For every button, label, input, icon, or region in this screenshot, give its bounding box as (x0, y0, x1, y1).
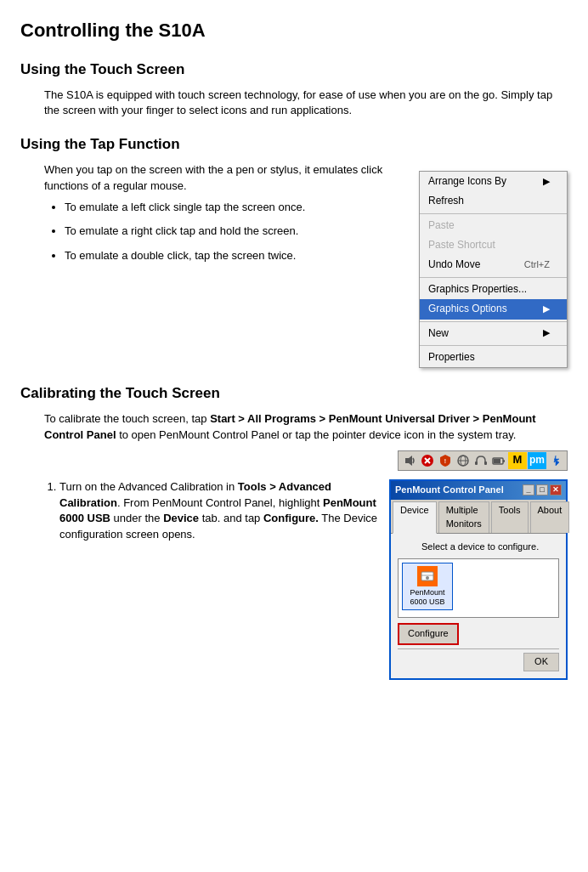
configure-button-row: Configure (398, 623, 559, 645)
tray-icon-speaker (401, 452, 418, 469)
pencontrol-panel: PenMount Control Panel _ □ ✕ Device Mult… (389, 479, 568, 681)
context-menu-item-undo: Undo Move Ctrl+Z (420, 255, 567, 275)
context-menu-item-refresh: Refresh (420, 191, 567, 211)
tray-icon-battery (490, 452, 507, 469)
tray-icons-row: ! M pm (20, 450, 568, 471)
tab-tools[interactable]: Tools (491, 501, 529, 533)
context-menu-item-paste: Paste (420, 216, 567, 235)
context-menu-label: Properties (428, 350, 475, 365)
tray-icon-m: M (508, 452, 527, 469)
svg-point-15 (426, 576, 429, 580)
calibration-steps-list: Turn on the Advanced Calibration in Tool… (44, 479, 379, 543)
context-menu-label: Undo Move (428, 258, 480, 272)
tab-multiple-monitors[interactable]: Multiple Monitors (438, 501, 489, 533)
svg-rect-9 (484, 461, 487, 465)
tap-function-list: To emulate a left click single tap the s… (65, 200, 409, 265)
svg-marker-0 (405, 456, 412, 466)
context-menu: Arrange Icons By ▶ Refresh Paste Paste S… (419, 171, 568, 369)
context-menu-item-graphics-options: Graphics Options ▶ (420, 299, 567, 319)
context-menu-label: New (428, 326, 449, 341)
pencontrol-body-label: Select a device to configure. (421, 541, 559, 554)
svg-text:!: ! (444, 458, 446, 464)
tools-label: Tools > Advanced Calibration (59, 480, 331, 509)
context-menu-label: Paste Shortcut (428, 238, 495, 252)
configure-button[interactable]: Configure (398, 623, 459, 645)
context-menu-label: Arrange Icons By (428, 174, 506, 189)
minimize-button[interactable]: _ (523, 484, 534, 495)
calibration-bold-start: Start > All Programs > PenMount Universa… (44, 412, 536, 441)
context-menu-item-properties: Properties (420, 348, 567, 367)
submenu-arrow-icon: ▶ (543, 326, 550, 340)
context-menu-item-paste-shortcut: Paste Shortcut (420, 235, 567, 255)
pencontrol-body: Select a device to configure. PenMount60… (391, 534, 566, 679)
submenu-arrow-icon: ▶ (543, 303, 550, 316)
context-menu-separator (420, 213, 567, 214)
tray-icon-shield: ! (437, 452, 454, 469)
tap-function-content: When you tap on the screen with the a pe… (20, 162, 568, 369)
calibration-intro: To calibrate the touch screen, tap Start… (44, 411, 568, 444)
touch-screen-para: The S10A is equipped with touch screen t… (44, 88, 568, 120)
context-menu-item-new: New ▶ (420, 324, 567, 343)
context-menu-item-arrange: Arrange Icons By ▶ (420, 172, 567, 191)
ok-btn-row: OK (398, 648, 559, 671)
titlebar-buttons: _ □ ✕ (523, 484, 562, 495)
tray-icon-network (455, 452, 472, 469)
tray-container: ! M pm (398, 450, 568, 471)
tab-about[interactable]: About (530, 501, 570, 533)
close-button[interactable]: ✕ (550, 484, 562, 495)
device-icon (417, 566, 438, 586)
touch-screen-section: Using the Touch Screen The S10A is equip… (20, 59, 568, 119)
calibration-step-1: Turn on the Advanced Calibration in Tool… (59, 479, 379, 543)
device-label-text: PenMount6000 USB (410, 588, 444, 607)
tap-function-heading: Using the Tap Function (20, 134, 568, 156)
maximize-button[interactable]: □ (536, 484, 548, 495)
context-menu-item-graphics-props: Graphics Properties... (420, 280, 567, 299)
tap-function-section: Using the Tap Function When you tap on t… (20, 134, 568, 368)
calibration-step-text: Turn on the Advanced Calibration in Tool… (44, 479, 379, 548)
tap-function-text: When you tap on the screen with the a pe… (20, 162, 409, 273)
list-item: To emulate a double click, tap the scree… (65, 248, 409, 264)
svg-rect-11 (503, 460, 505, 462)
pencontrol-title: PenMount Control Panel (395, 484, 504, 497)
ok-button[interactable]: OK (523, 653, 559, 671)
tap-function-intro: When you tap on the screen with the a pe… (44, 162, 409, 195)
device-label: Device (163, 512, 199, 524)
context-menu-separator (420, 321, 567, 322)
context-menu-label: Graphics Properties... (428, 282, 527, 297)
device-list: PenMount6000 USB (398, 558, 559, 618)
tray-icon-bluetooth (547, 452, 564, 469)
page-title: Controlling the S10A (20, 17, 568, 44)
svg-rect-12 (494, 459, 500, 463)
pencontrol-titlebar: PenMount Control Panel _ □ ✕ (391, 481, 566, 500)
context-menu-separator (420, 277, 567, 278)
submenu-arrow-icon: ▶ (543, 175, 550, 189)
svg-rect-8 (475, 461, 478, 465)
context-menu-label: Graphics Options (428, 302, 507, 316)
calibration-heading: Calibrating the Touch Screen (20, 383, 568, 405)
context-menu-separator (420, 345, 567, 346)
list-item: To emulate a left click single tap the s… (65, 200, 409, 216)
tray-icon-x (419, 452, 436, 469)
calibration-section: Calibrating the Touch Screen To calibrat… (20, 383, 568, 680)
device-item-penmount: PenMount6000 USB (402, 563, 453, 610)
list-item: To emulate a right click tap and hold th… (65, 224, 409, 240)
context-menu-label: Paste (428, 218, 455, 233)
tab-device[interactable]: Device (393, 501, 437, 534)
context-menu-shortcut: Ctrl+Z (524, 258, 550, 272)
tray-icon-headphones (472, 452, 489, 469)
pencontrol-tabs: Device Multiple Monitors Tools About (391, 500, 566, 534)
configure-label: Configure. (263, 512, 319, 524)
tray-icon-pm: pm (528, 452, 546, 469)
calibration-step-content: Turn on the Advanced Calibration in Tool… (44, 479, 568, 681)
context-menu-label: Refresh (428, 194, 464, 208)
touch-screen-heading: Using the Touch Screen (20, 59, 568, 81)
